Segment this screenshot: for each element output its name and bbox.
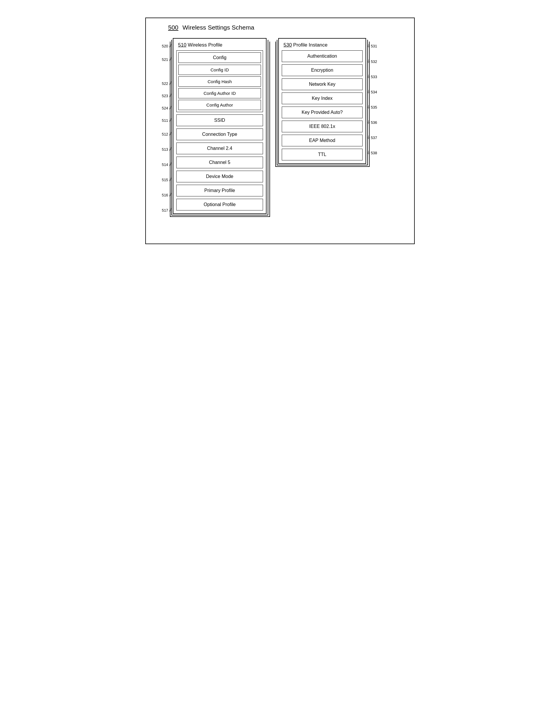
left-panel-wrapper: 510 Wireless Profile Config Config ID Co… bbox=[173, 38, 267, 214]
right-annotations: // 531 // 532 // 533 // 534 bbox=[366, 38, 383, 176]
field-key-index: Key Index bbox=[282, 93, 363, 104]
field-network-key: Network Key bbox=[282, 78, 363, 90]
ann-515: 515 // bbox=[156, 172, 172, 187]
ann-514: 514 // bbox=[156, 157, 172, 172]
ann-517: 517 // bbox=[156, 203, 172, 218]
ann-523: 523 // bbox=[156, 90, 172, 102]
diagram-title-row: 500 Wireless Settings Schema bbox=[168, 24, 405, 31]
field-channel-24: Channel 2.4 bbox=[176, 143, 263, 154]
left-panel-title-text: Wireless Profile bbox=[188, 42, 222, 48]
ann-513: 513 // bbox=[156, 142, 172, 157]
field-primary-profile: Primary Profile bbox=[176, 185, 263, 197]
field-config-id: Config ID bbox=[178, 65, 261, 75]
right-panel-num: 530 bbox=[284, 42, 292, 48]
left-panel: 510 Wireless Profile Config Config ID Co… bbox=[173, 38, 267, 214]
right-panel-wrapper: 530 Profile Instance Authentication Encr… bbox=[278, 38, 366, 164]
field-channel-5: Channel 5 bbox=[176, 157, 263, 168]
field-config-author: Config Author bbox=[178, 100, 261, 110]
ann-511: 511 // bbox=[156, 114, 172, 127]
ann-512: 512 // bbox=[156, 127, 172, 142]
ann-522: 522 // bbox=[156, 77, 172, 90]
left-panel-title: 510 Wireless Profile bbox=[176, 41, 263, 50]
field-ieee-8021x: IEEE 802.1x bbox=[282, 121, 363, 132]
config-label-box: Config bbox=[178, 52, 261, 63]
right-panel: 530 Profile Instance Authentication Encr… bbox=[278, 38, 366, 164]
field-connection-type: Connection Type bbox=[176, 129, 263, 140]
field-config-author-id: Config Author ID bbox=[178, 88, 261, 98]
diagram-num: 500 bbox=[168, 24, 178, 31]
field-key-provided-auto: Key Provided Auto? bbox=[282, 107, 363, 118]
ann-521: 521 // bbox=[156, 54, 172, 65]
left-panel-num: 510 bbox=[178, 42, 186, 48]
field-encryption: Encryption bbox=[282, 64, 363, 76]
field-device-mode: Device Mode bbox=[176, 171, 263, 182]
diagram-title: Wireless Settings Schema bbox=[182, 24, 254, 31]
ann-516: 516 // bbox=[156, 187, 172, 203]
field-authentication: Authentication bbox=[282, 50, 363, 62]
ann-520: 520 // bbox=[156, 38, 172, 54]
field-config-hash: Config Hash bbox=[178, 76, 261, 87]
right-panel-title: 530 Profile Instance bbox=[282, 41, 363, 50]
field-eap-method: EAP Method bbox=[282, 135, 363, 146]
field-ttl: TTL bbox=[282, 149, 363, 160]
field-ssid: SSID bbox=[176, 115, 263, 126]
field-optional-profile: Optional Profile bbox=[176, 199, 263, 211]
config-group-box: Config Config ID Config Hash Config Auth… bbox=[176, 50, 263, 112]
ann-524: 524 // bbox=[156, 102, 172, 114]
right-panel-title-text: Profile Instance bbox=[293, 42, 327, 48]
